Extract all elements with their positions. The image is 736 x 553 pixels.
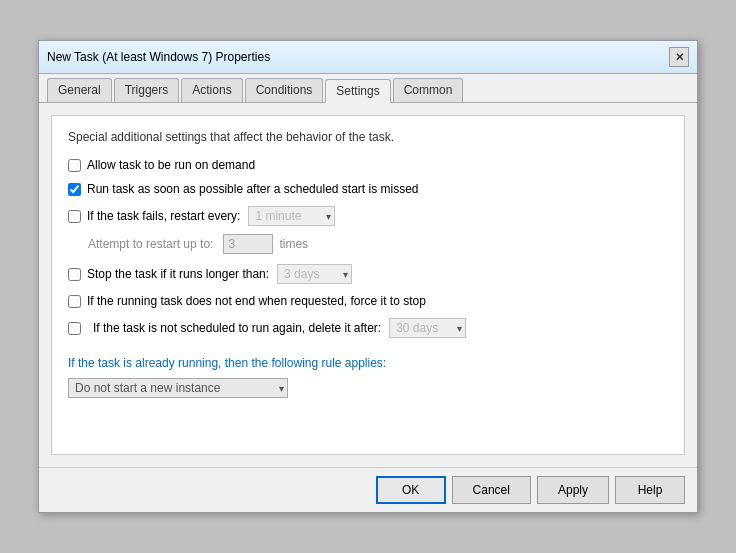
- restart-label: If the task fails, restart every:: [87, 209, 240, 223]
- apply-button[interactable]: Apply: [537, 476, 609, 504]
- run-asap-row: Run task as soon as possible after a sch…: [68, 182, 668, 196]
- stop-dropdown[interactable]: 1 hour 2 hours 4 hours 8 hours 12 hours …: [277, 264, 352, 284]
- attempt-label: Attempt to restart up to:: [88, 237, 213, 251]
- help-button[interactable]: Help: [615, 476, 685, 504]
- content-area: Special additional settings that affect …: [39, 103, 697, 467]
- panel-description: Special additional settings that affect …: [68, 130, 668, 144]
- stop-row: Stop the task if it runs longer than: 1 …: [68, 264, 668, 284]
- restart-dropdown-wrapper: 1 minute 5 minutes 10 minutes 15 minutes…: [248, 206, 335, 226]
- delete-dropdown-wrapper: 30 days 45 days 60 days 90 days 180 days…: [389, 318, 466, 338]
- footer: OK Cancel Apply Help: [39, 467, 697, 512]
- restart-row: If the task fails, restart every: 1 minu…: [68, 206, 668, 226]
- instance-dropdown-wrapper: Do not start a new instance Run a new in…: [68, 378, 288, 398]
- stop-task-label: Stop the task if it runs longer than:: [87, 267, 269, 281]
- stop-task-checkbox[interactable]: [68, 268, 81, 281]
- tab-settings[interactable]: Settings: [325, 79, 390, 103]
- run-asap-checkbox[interactable]: [68, 183, 81, 196]
- allow-on-demand-label: Allow task to be run on demand: [87, 158, 255, 172]
- attempt-suffix: times: [279, 237, 308, 251]
- settings-panel: Special additional settings that affect …: [51, 115, 685, 455]
- ok-button[interactable]: OK: [376, 476, 446, 504]
- allow-on-demand-checkbox[interactable]: [68, 159, 81, 172]
- title-bar: New Task (At least Windows 7) Properties…: [39, 41, 697, 74]
- cancel-button[interactable]: Cancel: [452, 476, 531, 504]
- delete-checkbox[interactable]: [68, 322, 81, 335]
- restart-dropdown[interactable]: 1 minute 5 minutes 10 minutes 15 minutes…: [248, 206, 335, 226]
- tab-triggers[interactable]: Triggers: [114, 78, 180, 102]
- tab-bar: General Triggers Actions Conditions Sett…: [39, 74, 697, 103]
- tab-actions[interactable]: Actions: [181, 78, 242, 102]
- tab-conditions[interactable]: Conditions: [245, 78, 324, 102]
- tab-common[interactable]: Common: [393, 78, 464, 102]
- allow-on-demand-row: Allow task to be run on demand: [68, 158, 668, 172]
- close-button[interactable]: ✕: [669, 47, 689, 67]
- stop-dropdown-wrapper: 1 hour 2 hours 4 hours 8 hours 12 hours …: [277, 264, 352, 284]
- running-rule-label: If the task is already running, then the…: [68, 356, 668, 370]
- instance-row: Do not start a new instance Run a new in…: [68, 378, 668, 398]
- run-asap-label: Run task as soon as possible after a sch…: [87, 182, 419, 196]
- delete-label: If the task is not scheduled to run agai…: [93, 321, 381, 335]
- delete-dropdown[interactable]: 30 days 45 days 60 days 90 days 180 days…: [389, 318, 466, 338]
- window-title: New Task (At least Windows 7) Properties: [47, 50, 270, 64]
- main-window: New Task (At least Windows 7) Properties…: [38, 40, 698, 513]
- instance-dropdown[interactable]: Do not start a new instance Run a new in…: [68, 378, 288, 398]
- tab-general[interactable]: General: [47, 78, 112, 102]
- restart-checkbox[interactable]: [68, 210, 81, 223]
- attempt-input[interactable]: [223, 234, 273, 254]
- attempt-row: Attempt to restart up to: times: [68, 234, 668, 254]
- force-stop-checkbox[interactable]: [68, 295, 81, 308]
- force-stop-label: If the running task does not end when re…: [87, 294, 426, 308]
- force-stop-row: If the running task does not end when re…: [68, 294, 668, 308]
- delete-row: If the task is not scheduled to run agai…: [68, 318, 668, 338]
